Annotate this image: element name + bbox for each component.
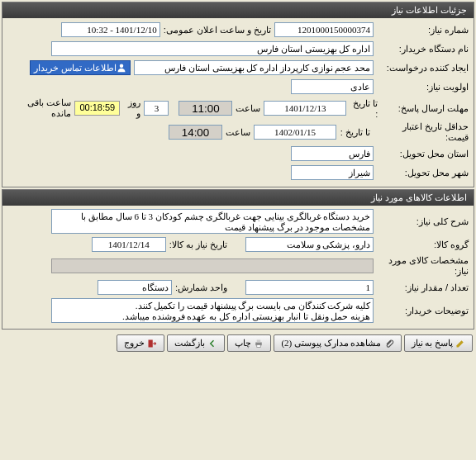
need-date-field[interactable] [92,237,166,252]
attachment-icon [384,339,394,349]
respond-button[interactable]: پاسخ به نیاز [404,334,474,352]
label-city: شهر محل تحویل: [374,168,469,178]
back-label: بازگشت [174,338,205,349]
days-field[interactable] [144,101,169,116]
svg-rect-3 [257,344,261,347]
panel2-body: شرح کلی نیاز: گروه کالا: تاریخ نیاز به ک… [2,206,474,329]
panel2-header: اطلاعات کالاهای مورد نیاز [2,190,474,206]
back-icon [207,339,217,349]
exit-button[interactable]: خروج [117,334,164,352]
print-icon [254,339,264,349]
label-buyer: نام دستگاه خریدار: [374,44,469,55]
label-group: گروه کالا: [374,239,469,250]
label-specs: مشخصات کالای مورد نیاز: [374,255,469,277]
exit-label: خروج [124,338,145,349]
action-bar: پاسخ به نیاز مشاهده مدارک پیوستی (2) چاپ… [0,331,476,355]
label-priority: اولویت نیاز: [374,82,469,92]
label-validity: حداقل تاریخ اعتبار قیمت: [374,121,469,143]
label-province: استان محل تحویل: [374,149,469,159]
label-unit: واحد شمارش: [172,282,231,293]
back-button[interactable]: بازگشت [167,334,225,352]
deadline-date-field[interactable] [264,101,346,116]
svg-point-0 [120,64,124,69]
label-until-2: تا تاریخ : [336,127,374,138]
city-field[interactable] [291,165,374,180]
edit-icon [455,339,465,349]
need-details-panel: جزئیات اطلاعات نیاز شماره نیاز: تاریخ و … [2,2,474,187]
deadline-time-field[interactable] [178,101,232,116]
priority-field[interactable] [291,79,374,94]
buyer-field[interactable] [51,41,374,56]
label-qty: تعداد / مقدار نیاز: [374,282,469,293]
requester-field[interactable] [134,60,374,75]
validity-time-field[interactable] [169,125,222,140]
respond-label: پاسخ به نیاز [412,338,454,349]
label-remain: ساعت باقی مانده [7,97,74,119]
panel1-body: شماره نیاز: تاریخ و ساعت اعلان عمومی: نا… [2,18,474,187]
req-no-field[interactable] [274,22,374,37]
qty-field[interactable] [245,280,374,295]
label-buyer-notes: توضیحات خریدار: [374,306,469,316]
label-pub-date: تاریخ و ساعت اعلان عمومی: [160,25,274,36]
person-icon [117,63,126,73]
exit-icon [147,339,157,349]
label-need-date: تاریخ نیاز به کالا: [166,239,231,250]
contact-buyer-label: اطلاعات تماس خریدار [34,63,117,74]
label-until-1: تا تاریخ : [346,98,381,119]
print-button[interactable]: چاپ [227,334,271,352]
label-requester: ایجاد کننده درخواست: [374,63,469,74]
unit-field[interactable] [98,280,172,295]
label-deadline: مهلت ارسال پاسخ: [381,103,469,114]
attachments-label: مشاهده مدارک پیوستی (2) [281,338,381,349]
label-days-and: روز و [120,97,144,119]
validity-date-field[interactable] [254,125,336,140]
label-at-1: ساعت [232,103,264,114]
specs-field[interactable] [51,258,374,273]
svg-rect-2 [257,339,261,342]
goods-info-panel: اطلاعات کالاهای مورد نیاز شرح کلی نیاز: … [2,189,474,330]
print-label: چاپ [235,338,251,349]
province-field[interactable] [291,146,374,161]
group-field[interactable] [245,237,374,252]
countdown-timer: 00:18:59 [74,101,120,116]
panel1-header: جزئیات اطلاعات نیاز [2,2,474,18]
label-at-2: ساعت [222,127,254,138]
label-general-desc: شرح کلی نیاز: [374,216,469,227]
contact-buyer-button[interactable]: اطلاعات تماس خریدار [30,60,131,75]
label-req-no: شماره نیاز: [374,25,469,36]
attachments-button[interactable]: مشاهده مدارک پیوستی (2) [274,334,401,352]
general-desc-field[interactable] [51,209,374,234]
pub-date-field[interactable] [61,22,160,37]
buyer-notes-field[interactable] [51,298,374,323]
svg-rect-4 [149,339,153,347]
